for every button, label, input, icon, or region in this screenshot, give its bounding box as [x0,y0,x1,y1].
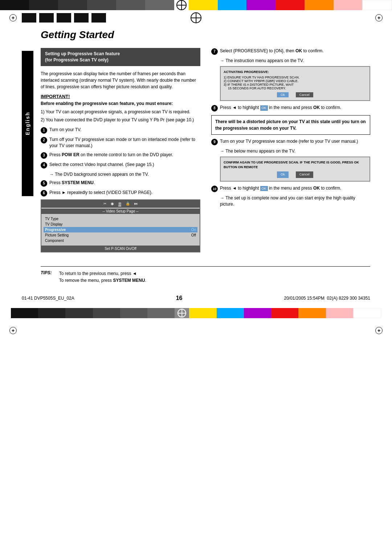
step-num-8: 8 [211,105,218,112]
right-reg-mark: + [375,14,383,21]
black-squares-group [22,13,106,23]
step-num-10: 10 [211,186,218,192]
footer-page-num: 16 [176,295,183,301]
menu-label-component: Component [45,239,64,243]
two-column-layout: Setting up Progressive Scan feature (for… [41,48,370,255]
menu-icon-arrow: ⏭ [134,202,138,206]
top-reg-mark [174,0,189,10]
step-num-1: 1 [41,127,47,134]
step-3-text: Press POW ER on the remote control to tu… [49,152,200,158]
black-sq-4 [74,13,89,23]
color-block-lp [334,0,363,10]
right-column: 7 Select {PROGRESSIVE} to {ON}, then OK … [211,48,370,255]
menu-row-picture: Picture Setting Off [45,232,196,238]
step-7-text: Select {PROGRESSIVE} to {ON}, then OK to… [220,48,370,54]
bottom-block-1 [11,308,38,318]
menu-icon-lock: 🔒 [126,202,130,206]
confirm-buttons: Ok Cancel [224,171,367,178]
menu-label-tvdisplay: TV Display [45,222,62,226]
bottom-block-5 [120,308,147,318]
highlight-ok-8: OK [260,105,268,111]
step-6-text: Press ► repeatedly to select {VIDEO SETU… [49,190,200,196]
center-reg-mark [191,12,201,23]
activating-cancel-btn: Cancel [296,92,313,97]
bottom-block-lp [326,308,353,318]
step-8: 8 Press ◄ to highlight OK in the menu an… [211,105,370,112]
step-num-2: 2 [41,137,47,143]
step-num-5: 5 [41,180,47,187]
step-2: 2 Turn off your TV progressive scan mode… [41,137,200,149]
menu-body: TV Type TV Display Progressive On Pi [41,214,200,246]
step-10-text: Press ◄ to highlight OK in the menu and … [220,185,370,191]
page-footer: 01-41 DVP5505S_EU_02A 16 20/01/2005 15:5… [0,291,392,305]
black-sq-2 [39,13,54,23]
tips-content: To return to the previous menu, press ◄ … [59,270,146,284]
tips-line-1: To return to the previous menu, press ◄ [59,270,146,277]
tips-section: TIPS: To return to the previous menu, pr… [41,266,370,284]
language-tab: English [22,51,33,196]
color-block-3 [58,0,87,10]
black-sq-5 [91,13,106,23]
bottom-block-y [189,308,216,318]
bottom-reg-mark [175,308,189,318]
bottom-block-3 [65,308,93,318]
color-block-6 [145,0,174,10]
color-block-5 [116,0,145,10]
step-2-text: Turn off your TV progressive scan mode o… [49,137,200,149]
color-block-o [305,0,334,10]
color-block-w [362,0,392,10]
right-mid-reg-mark: + [375,327,383,334]
confirm-cancel-btn: Cancel [296,171,313,178]
step-10: 10 Press ◄ to highlight OK in the menu a… [211,185,370,192]
left-reg-mark: + [9,14,17,21]
left-column: Setting up Progressive Scan feature (for… [41,48,200,255]
main-content: English Getting Started Setting up Progr… [0,25,392,291]
color-block-4 [87,0,116,10]
top-color-bar [0,0,392,10]
menu-label-progressive: Progressive [45,228,66,232]
step-5-text: Press SYSTEM MENU. [49,180,200,186]
menu-val-progressive: On [191,228,196,232]
confirm-box: CONFIRM AGAIN TO USE PROGRESSIVE SCAN. I… [220,157,370,182]
color-block-2 [29,0,58,10]
step-num-6: 6 [41,190,47,197]
step-4-text: Select the correct Video Input channel. … [49,162,200,168]
color-block-y [189,0,218,10]
bottom-bar-right-margin [381,308,392,318]
prereq-1: 1) Your TV can accept progressive signal… [41,109,200,115]
step-num-4: 4 [41,162,47,169]
menu-icon-disc: ◉ [111,202,114,206]
menu-label-picture: Picture Setting [45,233,69,237]
important-label: IMPORTANT! [41,94,200,99]
intro-text: The progressive scan display twice the n… [41,70,200,90]
activating-box: ACTIVATING PROGRESSIVE: 1) ENSURE YOUR T… [220,66,370,101]
step-5: 5 Press SYSTEM MENU. [41,180,200,187]
tips-label: TIPS: [41,270,52,284]
footer-right-info: 20/01/2005 15:54PM 02(A) 8229 300 34351 [284,296,370,301]
step-num-7: 7 [211,48,218,55]
menu-icon-bar: ✂ ◉ ⊞ 🔒 ⏭ [41,200,200,208]
menu-row-progressive: Progressive On [44,227,197,232]
activating-line-2: 2) CONNECT WITH YPBPR (GBR) VIDEO CABLE. [224,79,367,83]
menu-row-tvdisplay: TV Display [45,222,196,227]
confirm-ok-btn: Ok [277,171,289,178]
step-4-arrow: The DVD background screen appears on the… [41,171,200,178]
activating-line-4: 15 SECONDS FOR AUTO RECOVERY. [224,86,367,90]
footer-left-code: 01-41 DVP5505S_EU_02A [22,296,74,301]
step-10-arrow: The set up is complete now and you can s… [211,195,370,207]
bottom-color-bar [0,308,392,318]
menu-screenshot: ✂ ◉ ⊞ 🔒 ⏭ -- Video Setup Page -- TV Type [41,199,200,252]
content-area: Getting Started Setting up Progressive S… [41,29,370,284]
menu-icon-scissors: ✂ [103,202,106,206]
confirm-title: CONFIRM AGAIN TO USE PROGRESSIVE SCAN. I… [224,160,367,169]
bottom-block-m [244,308,271,318]
step-9-arrow: The below menu appears on the TV. [211,148,370,154]
color-block-1 [0,0,29,10]
page-title: Getting Started [41,29,370,41]
step-1-text: Turn on your TV. [49,127,200,133]
menu-row-component: Component [45,238,196,243]
highlight-ok-10: OK [260,186,268,191]
prereq-list: 1) Your TV can accept progressive signal… [41,109,200,123]
activating-ok-btn: Ok [277,92,289,97]
menu-footer: Set P-SCAN On/Off [41,246,200,252]
